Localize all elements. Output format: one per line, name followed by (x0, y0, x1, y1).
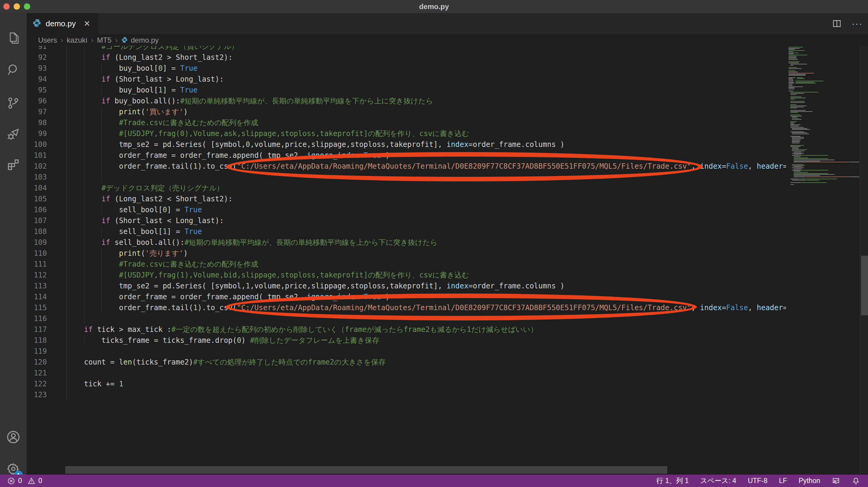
source-control-icon[interactable] (0, 90, 27, 116)
minimap-line (790, 64, 808, 64)
code-line-106[interactable]: 106 sell_bool[0] = True (27, 204, 786, 215)
code-line-99[interactable]: 99 #[USDJPY,frag(0),Volume,ask,slippage,… (27, 128, 786, 139)
minimap-line (792, 137, 804, 138)
minimap-line (788, 54, 794, 54)
run-debug-icon[interactable] (0, 122, 27, 148)
code-text (66, 172, 119, 183)
minimap-line (788, 80, 794, 80)
code-editor[interactable]: 91 #ゴールデンクロス判定（買いシグナル）92 if (Long_last2 … (27, 46, 786, 474)
breadcrumb-item-users[interactable]: Users (38, 36, 57, 44)
minimap-line (850, 162, 859, 162)
more-actions-icon[interactable]: ··· (852, 19, 863, 29)
vertical-scrollbar[interactable] (860, 46, 868, 474)
line-number: 113 (27, 280, 47, 292)
code-line-91[interactable]: 91 #ゴールデンクロス判定（買いシグナル） (27, 46, 786, 52)
code-line-104[interactable]: 104 #デッドクロス判定（売りシグナル） (27, 183, 786, 193)
minimap-line (790, 127, 804, 128)
window-title: demo.py (0, 0, 868, 13)
line-number: 106 (27, 204, 47, 215)
minimap-line (799, 179, 837, 179)
line-number: 98 (27, 117, 47, 128)
code-line-117[interactable]: 117 if tick > max_tick :#一定の数を超えたら配列の初めか… (27, 324, 786, 335)
breadcrumb-item-kazuki[interactable]: kazuki (67, 36, 87, 44)
minimap-line (792, 168, 804, 168)
account-icon[interactable] (0, 424, 27, 450)
minimap-line (788, 87, 795, 88)
status-encoding[interactable]: UTF-8 (748, 475, 767, 487)
minimap-line (788, 56, 797, 57)
code-line-109[interactable]: 109 if sell_bool.all():#短期の単純移動平均線が、長期の単… (27, 237, 786, 248)
minimap-line (788, 68, 802, 69)
code-line-118[interactable]: 118 ticks_frame = ticks_frame.drop(0) #削… (27, 335, 786, 346)
code-line-119[interactable]: 119 (27, 346, 786, 357)
code-line-121[interactable]: 121 (27, 368, 786, 378)
code-line-120[interactable]: 120 count = len(ticks_frame2)#すべての処理が終了し… (27, 357, 786, 368)
line-number: 120 (27, 357, 47, 368)
code-line-105[interactable]: 105 if (Long_last2 < Short_last2): (27, 193, 786, 204)
code-line-98[interactable]: 98 #Trade.csvに書き込むための配列を作成 (27, 117, 786, 128)
line-number: 109 (27, 237, 47, 248)
minimap-line (788, 89, 795, 89)
minimap[interactable] (786, 46, 860, 474)
breadcrumb-item-demo-py[interactable]: demo.py (131, 36, 159, 44)
minimap-line (790, 124, 794, 124)
code-text: order_frame.tail(1).to_csv("C:/Users/eta… (66, 161, 786, 172)
code-line-107[interactable]: 107 if (Short_last < Long_last): (27, 215, 786, 226)
status-language-mode[interactable]: Python (799, 475, 820, 487)
code-line-123[interactable]: 123 (27, 389, 786, 400)
horizontal-scrollbar-thumb[interactable] (65, 466, 667, 474)
breadcrumb-item-mt5[interactable]: MT5 (97, 36, 112, 44)
code-line-102[interactable]: 102 order_frame.tail(1).to_csv("C:/Users… (27, 161, 786, 172)
code-line-97[interactable]: 97 print('買います') (27, 106, 786, 117)
code-line-100[interactable]: 100 tmp_se2 = pd.Series( [symbol,0,volum… (27, 139, 786, 150)
vertical-scrollbar-thumb[interactable] (861, 256, 868, 315)
minimap-line (794, 160, 834, 160)
tab-demo-py[interactable]: demo.py ✕ (27, 13, 98, 34)
code-line-110[interactable]: 110 print('売ります') (27, 248, 786, 259)
code-text: tick += 1 (66, 378, 123, 389)
split-editor-icon[interactable] (832, 19, 841, 28)
line-number: 102 (27, 161, 47, 172)
code-text (66, 346, 84, 357)
status-indentation[interactable]: スペース: 4 (700, 475, 736, 487)
code-line-108[interactable]: 108 sell_bool[1] = True (27, 226, 786, 237)
search-icon[interactable] (0, 57, 27, 83)
minimap-line (788, 91, 793, 91)
code-line-103[interactable]: 103 (27, 172, 786, 183)
minimap-line (794, 175, 820, 176)
minimap-line (794, 166, 802, 167)
minimap-line (788, 58, 797, 59)
minimap-line (794, 152, 802, 152)
code-line-116[interactable]: 116 (27, 313, 786, 324)
minimap-line (794, 172, 808, 173)
feedback-icon[interactable] (832, 475, 840, 487)
minimap-line (790, 179, 799, 179)
code-line-114[interactable]: 114 order_frame = order_frame.append( tm… (27, 292, 786, 302)
line-number: 121 (27, 368, 47, 378)
status-cursor-position[interactable]: 行 1、列 1 (656, 475, 689, 487)
code-line-96[interactable]: 96 if buy_bool.all():#短期の単純移動平均線が、長期の単純移… (27, 95, 786, 106)
notifications-bell-icon[interactable] (852, 475, 860, 487)
explorer-icon[interactable] (0, 25, 27, 52)
code-text: if buy_bool.all():#短期の単純移動平均線が、長期の単純移動平均… (66, 95, 433, 106)
code-line-92[interactable]: 92 if (Long_last2 > Short_last2): (27, 52, 786, 63)
tab-close-icon[interactable]: ✕ (84, 19, 90, 28)
status-eol[interactable]: LF (779, 475, 787, 487)
code-line-122[interactable]: 122 tick += 1 (27, 378, 786, 389)
problems-indicator[interactable]: 0 0 (7, 475, 42, 487)
code-text: tmp_se2 = pd.Series( [symbol,1,volume,pr… (66, 280, 564, 292)
code-line-113[interactable]: 113 tmp_se2 = pd.Series( [symbol,1,volum… (27, 280, 786, 292)
minimap-line (794, 161, 820, 161)
minimap-line (788, 81, 794, 81)
code-line-111[interactable]: 111 #Trade.csvに書き込むための配列を作成 (27, 259, 786, 270)
code-line-95[interactable]: 95 buy_bool[1] = True (27, 85, 786, 95)
minimap-line (790, 108, 797, 108)
tab-label: demo.py (45, 19, 76, 28)
extensions-icon[interactable] (0, 151, 27, 178)
code-line-115[interactable]: 115 order_frame.tail(1).to_csv("C:/Users… (27, 302, 786, 313)
code-line-94[interactable]: 94 if (Short_last > Long_last): (27, 74, 786, 85)
code-line-101[interactable]: 101 order_frame = order_frame.append( tm… (27, 150, 786, 161)
code-line-112[interactable]: 112 #[USDJPY,frag(1),Volume,bid,slippage… (27, 270, 786, 280)
code-line-93[interactable]: 93 buy_bool[0] = True (27, 63, 786, 74)
minimap-line (790, 92, 819, 92)
